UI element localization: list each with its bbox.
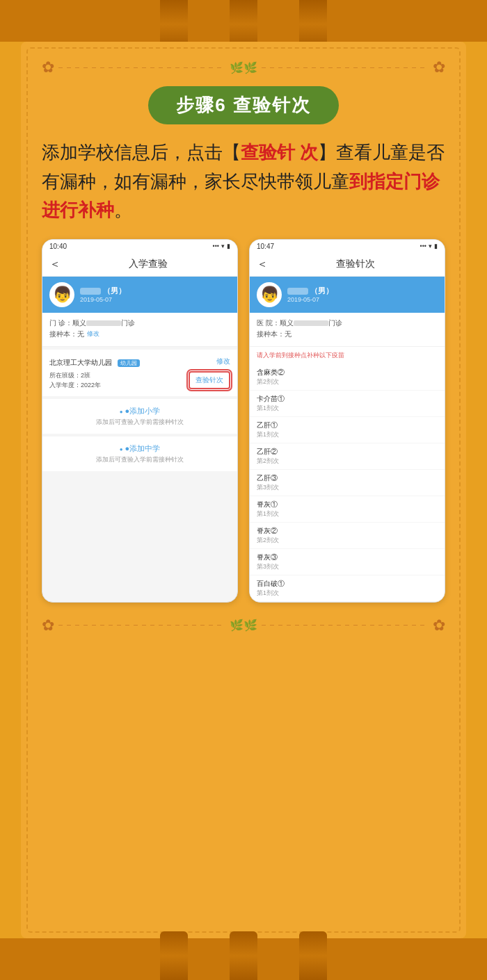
phone-right-status-bar: 10:47 ••• ▾ ▮ [250,240,445,253]
vaccine-list: 含麻类② 第2剂次 卡介苗① 第1剂次 乙肝① 第1剂次 乙肝② 第2剂次 乙肝… [250,364,445,602]
wifi-icon-r: ▾ [429,243,432,250]
vac-notice: 请入学前到接种点补种以下疫苗 [250,347,445,364]
hospital-blur [294,320,328,326]
check-vaccination-button[interactable]: 查验针次 [189,371,230,389]
vaccine-name: 乙肝② [257,447,438,457]
add-middle-desc: 添加后可查验入学前需接种针次 [49,455,230,464]
desc-part4: 。 [114,199,132,220]
vaccine-list-item: 乙肝② 第2剂次 [250,443,445,470]
phone-right-status-icons: ••• ▾ ▮ [420,243,438,250]
deco-leaf-bl: 🌿 [230,619,244,632]
vaccine-name: 乙肝③ [257,473,438,483]
desc-part2: 次 [300,142,318,163]
phone-left-user-card: 👦 （男） 2019-05-07 [42,277,237,313]
battery-icon: ▮ [227,243,230,250]
deco-line-left [58,67,225,68]
phone-left-avatar: 👦 [49,282,74,307]
vaccine-dose: 第2剂次 [257,536,438,545]
name-blur [80,288,101,295]
phone-left-status-icons: ••• ▾ ▮ [213,243,230,250]
vaccine-list-item: 乙肝① 第1剂次 [250,417,445,443]
vaccine-dose: 第3剂次 [257,483,438,492]
hospital-suffix: 门诊 [328,318,342,328]
phone-left: 10:40 ••• ▾ ▮ ＜ 入学查验 👦 [42,239,238,603]
vac-label-r: 接种本：无 [257,329,292,339]
vaccine-dose: 第3剂次 [257,562,438,571]
deco-leaf-br: 🌿 [244,619,257,632]
desc-part1: 添加学校信息后，点击【 [42,142,241,163]
phone-left-time: 10:40 [49,243,67,250]
vaccine-list-item: 含麻类② 第2剂次 [250,364,445,391]
description-block: 添加学校信息后，点击【查验针 次】查看儿童是否有漏种，如有漏种，家长尽快带领儿童… [42,138,445,225]
vaccine-list-item: 脊灰① 第1剂次 [250,496,445,523]
deco-line-br [262,625,429,626]
hospital-label: 医 院：顺义 [257,318,294,328]
wifi-icon: ▾ [221,243,225,250]
wood-strips-bottom [0,938,487,980]
deco-line-bl [58,625,225,626]
vaccine-dose: 第1剂次 [257,404,438,413]
back-arrow-icon[interactable]: ＜ [49,257,61,272]
deco-row-top: ✿ 🌿 🌿 ✿ [42,56,445,79]
wood-strips-top [0,0,487,42]
vaccine-dose: 第2剂次 [257,457,438,466]
phone-right-nav: ＜ 查验针次 [250,253,445,277]
vac-row: 接种本：无 修改 [49,329,230,339]
vaccine-list-item: 卡介苗① 第1剂次 [250,391,445,417]
back-arrow-icon-r[interactable]: ＜ [257,257,268,272]
signal-icon-r: ••• [420,243,426,250]
battery-icon-r: ▮ [434,243,438,250]
name-blur-r [287,288,308,295]
modify-link[interactable]: 修改 [87,329,99,338]
phone-right-user-info: （男） 2019-05-07 [287,286,438,303]
class-row: 所在班级：2班 [49,370,101,380]
phone-right-avatar: 👦 [257,282,282,307]
vaccine-name: 百白破① [257,579,438,589]
vaccine-name: 脊灰② [257,526,438,536]
hospital-row: 医 院：顺义 门诊 [257,318,438,328]
step-badge: 步骤6 查验针次 [148,86,339,124]
school-name-area: 北京理工大学幼儿园 幼儿园 [49,355,140,368]
phone-left-nav-title: 入学查验 [66,258,230,270]
vaccine-list-item: 百白破① 第1剂次 [250,575,445,602]
deco-leaf-right: 🌿 [244,61,257,74]
phone-left-user-info: （男） 2019-05-07 [80,286,230,303]
page-wrapper: ✿ 🌿 🌿 ✿ 步骤6 查验针次 添加学校信息后，点击【查验针 次】查看儿童是否… [0,0,487,980]
add-primary-title[interactable]: ●添加小学 [49,406,230,416]
vaccine-name: 含麻类② [257,368,438,377]
add-middle-title[interactable]: ●添加中学 [49,443,230,454]
school-badge: 幼儿园 [118,359,140,367]
deco-leaf-left: 🌿 [230,61,244,74]
vaccine-list-item: 脊灰③ 第3剂次 [250,549,445,575]
add-primary-section: ●添加小学 添加后可查验入学前需接种针次 [42,399,237,434]
phone-left-status-bar: 10:40 ••• ▾ ▮ [42,240,237,253]
phone-right: 10:47 ••• ▾ ▮ ＜ 查验针次 👦 [249,239,445,603]
phone-right-nav-title: 查验针次 [273,258,438,270]
vaccine-name: 乙肝① [257,420,438,430]
add-primary-desc: 添加后可查验入学前需接种针次 [49,418,230,427]
vaccine-dose: 第1剂次 [257,589,438,598]
vac-row-r: 接种本：无 [257,329,438,339]
vaccine-list-item: 乙肝③ 第3剂次 [250,470,445,496]
school-edit-link[interactable]: 修改 [216,357,230,366]
school-name: 北京理工大学幼儿园 [49,359,112,366]
phone-left-info: 门 诊：顺义 门诊 接种本：无 修改 [42,313,237,347]
deco-row-bottom: ✿ 🌿 🌿 ✿ [42,614,445,637]
deco-flower-bl: ✿ [42,616,54,635]
vaccine-dose: 第2剂次 [257,377,438,386]
phone-right-info: 医 院：顺义 门诊 接种本：无 [250,313,445,347]
vaccine-list-item: 脊灰② 第2剂次 [250,523,445,549]
wood-strip-bottom-1 [160,931,188,980]
vaccine-dose: 第1剂次 [257,509,438,518]
step-badge-text: 步骤6 查验针次 [176,95,311,115]
phone-right-user-date: 2019-05-07 [287,296,438,303]
deco-flower-right: ✿ [433,58,445,76]
phone-right-user-card: 👦 （男） 2019-05-07 [250,277,445,313]
school-details: 所在班级：2班 入学年度：2022年 查验针次 [49,370,230,391]
wood-strip-bottom-3 [299,931,327,980]
vac-label: 接种本：无 [49,329,84,339]
phone-left-school: 北京理工大学幼儿园 幼儿园 修改 所在班级：2班 入学年度：2022年 查验针次 [42,350,237,396]
phone-left-user-date: 2019-05-07 [80,296,230,303]
deco-flower-br: ✿ [433,616,445,635]
clinic-label: 门 诊：顺义 [49,318,86,328]
